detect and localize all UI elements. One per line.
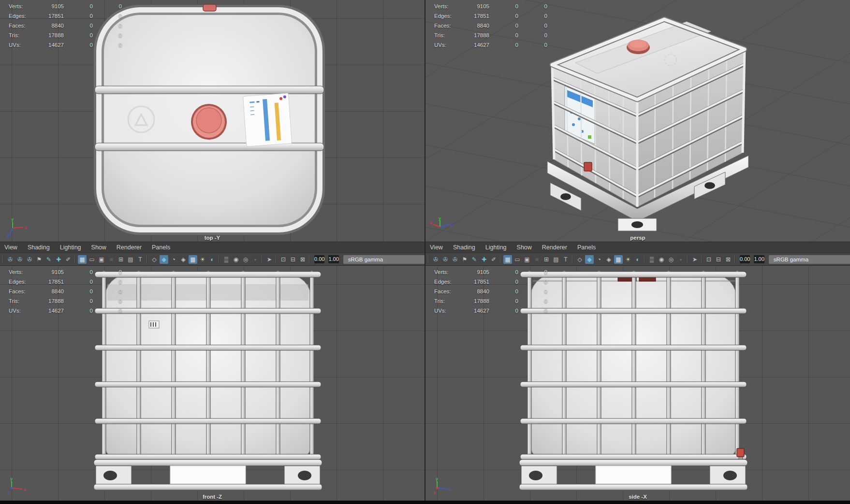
motion-blur-icon[interactable]: ◉ xyxy=(657,255,666,264)
gate-mask-icon[interactable]: ■ xyxy=(532,255,541,264)
viewport-persp[interactable]: Verts:910500 Edges:1785100 Faces:884000 … xyxy=(425,0,850,242)
front-plane-icon[interactable]: ⊡ xyxy=(279,255,288,264)
toolbar-separator xyxy=(499,256,502,263)
front-plane-icon[interactable]: ⊡ xyxy=(704,255,713,264)
safe-action-icon[interactable]: ▤ xyxy=(126,255,135,264)
menu-item[interactable]: Show xyxy=(517,244,532,251)
bottom-edge-strip xyxy=(0,501,850,504)
lock-camera-icon[interactable]: ✇ xyxy=(15,255,24,264)
cross-bar xyxy=(95,143,324,151)
view-transform-select[interactable]: sRGB gamma xyxy=(769,255,850,264)
film-gate-icon[interactable]: ▭ xyxy=(88,255,96,264)
toolbar-separator xyxy=(734,256,736,263)
isolate-select-icon[interactable]: ➤ xyxy=(690,255,699,264)
wireframe-icon[interactable]: ◇ xyxy=(150,255,159,264)
resolution-gate-icon[interactable]: ▣ xyxy=(97,255,106,264)
shadows-icon[interactable]: ◐ xyxy=(208,255,217,264)
hud-row: Tris:1788800 xyxy=(425,30,547,40)
menu-item[interactable]: Panels xyxy=(577,244,596,251)
image-plane-icon[interactable]: ✎ xyxy=(470,255,479,264)
cross-bar xyxy=(95,86,324,94)
field-chart-icon[interactable]: ⊞ xyxy=(117,255,125,264)
snapshot-icon[interactable]: ⊠ xyxy=(724,255,733,264)
toolbar-separator xyxy=(146,256,148,263)
field-chart-icon[interactable]: ⊞ xyxy=(542,255,551,264)
menu-item[interactable]: Shading xyxy=(453,244,475,251)
pane-divider[interactable] xyxy=(425,0,425,501)
pallet xyxy=(519,460,747,490)
poly-count-hud: Verts:910500 Edges:1785100 Faces:884000 … xyxy=(0,267,122,316)
menu-item[interactable]: Renderer xyxy=(542,244,567,251)
depth-of-field-icon[interactable]: ▪ xyxy=(251,255,260,264)
back-plane-icon[interactable]: ⊟ xyxy=(714,255,723,264)
use-all-lights-icon[interactable]: ☀ xyxy=(198,255,207,264)
isolate-select-icon[interactable]: ➤ xyxy=(265,255,274,264)
view-transform-select[interactable]: sRGB gamma xyxy=(343,255,438,264)
wireframe-on-shaded-icon[interactable]: ◈ xyxy=(179,255,188,264)
wireframe-on-shaded-icon[interactable]: ◈ xyxy=(604,255,613,264)
hud-row: Faces:884000 xyxy=(0,287,122,296)
hud-row: Tris:1788800 xyxy=(0,296,122,306)
select-camera-icon[interactable]: ✇ xyxy=(6,255,15,264)
safe-title-icon[interactable]: T xyxy=(136,255,145,264)
flat-shade-icon[interactable]: ◔ xyxy=(169,255,178,264)
textured-icon[interactable]: ▩ xyxy=(189,255,197,264)
contrast-field[interactable]: 1.00 xyxy=(754,255,764,263)
textured-icon[interactable]: ▩ xyxy=(614,255,623,264)
viewport-side[interactable]: Verts:910500 Edges:1785100 Faces:884000 … xyxy=(425,266,850,501)
resolution-gate-icon[interactable]: ▣ xyxy=(523,255,531,264)
menu-item[interactable]: Lighting xyxy=(485,244,507,251)
menu-item[interactable]: View xyxy=(4,244,17,251)
ssao-icon[interactable]: ▒ xyxy=(647,255,656,264)
menu-item[interactable]: Panels xyxy=(152,244,170,251)
pan-zoom-icon[interactable]: ✚ xyxy=(480,255,488,264)
pan-zoom-icon[interactable]: ✚ xyxy=(54,255,63,264)
exposure-field[interactable]: 0.00 xyxy=(314,255,324,263)
grid-icon[interactable]: ▦ xyxy=(78,255,87,264)
hud-row: Verts:910500 xyxy=(425,1,547,11)
menu-item[interactable]: Show xyxy=(91,244,106,251)
ssao-icon[interactable]: ▒ xyxy=(222,255,231,264)
smooth-shade-icon[interactable]: ◆ xyxy=(160,255,168,264)
exposure-field[interactable]: 0.00 xyxy=(740,255,750,263)
bookmark-icon[interactable]: ⚑ xyxy=(35,255,44,264)
camera-attributes-icon[interactable]: ✇ xyxy=(451,255,459,264)
grease-pencil-icon[interactable]: ✐ xyxy=(64,255,73,264)
contrast-field[interactable]: 1.00 xyxy=(328,255,338,263)
multisample-icon[interactable]: ◎ xyxy=(241,255,250,264)
smooth-shade-icon[interactable]: ◆ xyxy=(585,255,594,264)
lock-camera-icon[interactable]: ✇ xyxy=(441,255,450,264)
snapshot-icon[interactable]: ⊠ xyxy=(298,255,307,264)
use-all-lights-icon[interactable]: ☀ xyxy=(624,255,632,264)
menu-item[interactable]: Lighting xyxy=(60,244,81,251)
film-gate-icon[interactable]: ▭ xyxy=(513,255,522,264)
flat-shade-icon[interactable]: ◔ xyxy=(595,255,603,264)
hud-row: Tris:1788800 xyxy=(0,30,122,40)
back-plane-icon[interactable]: ⊟ xyxy=(289,255,297,264)
toolbar-separator xyxy=(427,256,430,263)
viewport-front[interactable]: Verts:910500 Edges:1785100 Faces:884000 … xyxy=(0,266,425,501)
shadows-icon[interactable]: ◐ xyxy=(633,255,642,264)
image-plane-icon[interactable]: ✎ xyxy=(44,255,53,264)
hud-row: Faces:884000 xyxy=(425,21,547,30)
poly-count-hud: Verts:910500 Edges:1785100 Faces:884000 … xyxy=(0,1,122,50)
svg-text:z: z xyxy=(450,222,453,227)
bookmark-icon[interactable]: ⚑ xyxy=(460,255,469,264)
multisample-icon[interactable]: ◎ xyxy=(667,255,675,264)
camera-attributes-icon[interactable]: ✇ xyxy=(25,255,34,264)
gate-mask-icon[interactable]: ■ xyxy=(107,255,116,264)
select-camera-icon[interactable]: ✇ xyxy=(431,255,440,264)
grease-pencil-icon[interactable]: ✐ xyxy=(489,255,498,264)
wireframe-icon[interactable]: ◇ xyxy=(575,255,584,264)
menu-item[interactable]: Renderer xyxy=(117,244,142,251)
panel-toolbar: ✇✇✇⚑✎✚✐▦▭▣■⊞▤T◇◆◔◈▩☀◐▒◉◎▪➤⊡⊟⊠ ☼ 0.00 ◑ 1… xyxy=(425,253,850,265)
viewport-top[interactable]: Verts:910500 Edges:1785100 Faces:884000 … xyxy=(0,0,425,242)
safe-action-icon[interactable]: ▤ xyxy=(552,255,560,264)
menu-item[interactable]: View xyxy=(430,244,443,251)
menu-item[interactable]: Shading xyxy=(28,244,50,251)
grid-icon[interactable]: ▦ xyxy=(503,255,512,264)
safe-title-icon[interactable]: T xyxy=(561,255,570,264)
panel-menubar: ViewShadingLightingShowRendererPanels xyxy=(0,242,425,253)
depth-of-field-icon[interactable]: ▪ xyxy=(676,255,685,264)
motion-blur-icon[interactable]: ◉ xyxy=(232,255,240,264)
